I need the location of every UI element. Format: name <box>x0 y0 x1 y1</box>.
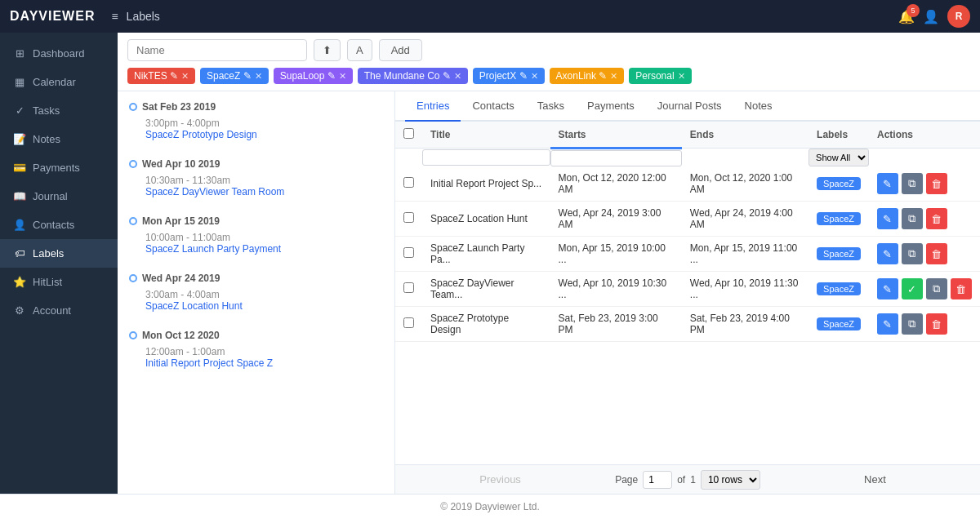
notification-bell[interactable]: 🔔 5 <box>898 9 915 24</box>
labels-icon: 🏷 <box>13 247 26 260</box>
sidebar-item-payments[interactable]: 💳 Payments <box>0 153 118 182</box>
tag-close-axonlink[interactable]: ✕ <box>610 71 617 82</box>
row-title-3: SpaceZ Launch Party Pa... <box>422 237 550 272</box>
delete-btn-3[interactable]: 🗑 <box>926 243 947 264</box>
label-tag-personal[interactable]: Personal ✕ <box>629 68 691 84</box>
title-3[interactable]: SpaceZ Launch Party Payment <box>145 243 383 255</box>
rows-per-page-select[interactable]: 10 rows 25 rows 50 rows <box>701 470 760 490</box>
sidebar-item-journal[interactable]: 📖 Journal <box>0 182 118 211</box>
title-5[interactable]: Initial Report Project Space Z <box>145 357 383 369</box>
avatar[interactable]: R <box>947 5 970 28</box>
edit-btn-3[interactable]: ✎ <box>877 243 898 264</box>
name-input[interactable] <box>127 39 307 61</box>
label-badge-2: SpaceZ <box>817 212 861 225</box>
label-tag-spacez[interactable]: SpaceZ ✎ ✕ <box>200 68 269 84</box>
row-checkbox-1[interactable] <box>403 177 414 188</box>
row-check <box>395 237 422 272</box>
tasks-icon: ✓ <box>13 104 26 117</box>
payments-icon: 💳 <box>13 162 26 174</box>
filter-starts-input[interactable] <box>550 150 682 166</box>
row-title-4: SpaceZ DayViewer Team... <box>422 272 550 307</box>
next-button[interactable]: Next <box>770 465 980 494</box>
edit-btn-2[interactable]: ✎ <box>877 208 898 229</box>
filter-actions <box>869 149 980 167</box>
hitlist-icon: ⭐ <box>13 276 26 288</box>
timeline-dot-2 <box>129 160 137 168</box>
filter-title-input[interactable] <box>422 149 550 166</box>
tab-entries[interactable]: Entries <box>405 91 461 122</box>
title-1[interactable]: SpaceZ Prototype Design <box>145 129 383 140</box>
copy-btn-1[interactable]: ⧉ <box>902 173 923 194</box>
table-row: SpaceZ Location Hunt Wed, Apr 24, 2019 3… <box>395 202 980 237</box>
table-row: Initial Report Project Sp... Mon, Oct 12… <box>395 166 980 202</box>
time-1: 3:00pm - 4:00pm <box>145 118 383 129</box>
main-layout: ⊞ Dashboard ▦ Calendar ✓ Tasks 📝 Notes 💳… <box>0 33 980 494</box>
title-2[interactable]: SpaceZ DayViewer Team Room <box>145 186 383 197</box>
tag-close-spacez[interactable]: ✕ <box>255 71 262 82</box>
sidebar-label-journal: Journal <box>33 190 68 202</box>
add-button[interactable]: Add <box>379 39 422 61</box>
label-tag-projectx[interactable]: ProjectX ✎ ✕ <box>473 68 545 84</box>
sidebar-item-account[interactable]: ⚙ Account <box>0 296 118 325</box>
tag-close-projectx[interactable]: ✕ <box>531 71 538 82</box>
delete-btn-1[interactable]: 🗑 <box>926 173 947 194</box>
labels-toolbar: ⬆ A Add <box>127 39 970 61</box>
tab-payments[interactable]: Payments <box>576 91 646 122</box>
label-tag-niktes[interactable]: NikTES ✎ ✕ <box>127 68 195 84</box>
col-actions: Actions <box>869 122 980 149</box>
copy-btn-2[interactable]: ⧉ <box>902 208 923 229</box>
select-all-checkbox[interactable] <box>403 128 414 139</box>
sidebar: ⊞ Dashboard ▦ Calendar ✓ Tasks 📝 Notes 💳… <box>0 33 118 494</box>
calendar-icon: ▦ <box>13 76 26 88</box>
footer-text: © 2019 Dayviewer Ltd. <box>440 501 540 512</box>
row-checkbox-2[interactable] <box>403 212 414 223</box>
time-3: 10:00am - 11:00am <box>145 232 383 243</box>
row-checkbox-3[interactable] <box>403 247 414 258</box>
upload-button[interactable]: ⬆ <box>314 39 341 61</box>
edit-btn-1[interactable]: ✎ <box>877 173 898 194</box>
tag-close-supaloop[interactable]: ✕ <box>339 71 346 82</box>
sidebar-item-tasks[interactable]: ✓ Tasks <box>0 96 118 125</box>
copy-btn-3[interactable]: ⧉ <box>902 243 923 264</box>
font-button[interactable]: A <box>347 39 372 61</box>
row-title-1: Initial Report Project Sp... <box>422 166 550 202</box>
action-btns-4: ✎ ✓ ⧉ 🗑 <box>877 278 972 299</box>
tab-journal-posts[interactable]: Journal Posts <box>646 91 733 122</box>
edit-btn-5[interactable]: ✎ <box>877 313 898 335</box>
filter-labels-select[interactable]: Show All <box>808 149 869 166</box>
copy-btn-4[interactable]: ⧉ <box>926 278 947 299</box>
previous-button[interactable]: Previous <box>395 465 605 494</box>
menu-icon[interactable]: ≡ <box>111 10 118 23</box>
dashboard-icon: ⊞ <box>13 47 26 60</box>
tab-tasks[interactable]: Tasks <box>526 91 576 122</box>
title-4[interactable]: SpaceZ Location Hunt <box>145 300 383 312</box>
tag-close-personal[interactable]: ✕ <box>678 71 685 82</box>
user-icon[interactable]: 👤 <box>923 9 939 24</box>
sidebar-item-dashboard[interactable]: ⊞ Dashboard <box>0 39 118 68</box>
delete-btn-4[interactable]: 🗑 <box>951 278 972 299</box>
delete-btn-2[interactable]: 🗑 <box>926 208 947 229</box>
sidebar-item-contacts[interactable]: 👤 Contacts <box>0 211 118 239</box>
tab-contacts[interactable]: Contacts <box>461 91 525 122</box>
sidebar-item-labels[interactable]: 🏷 Labels <box>0 239 118 268</box>
tag-close-mundane[interactable]: ✕ <box>454 71 461 82</box>
row-checkbox-4[interactable] <box>403 282 414 293</box>
footer: © 2019 Dayviewer Ltd. <box>0 494 980 519</box>
action-btns-5: ✎ ⧉ 🗑 <box>877 313 972 335</box>
sidebar-item-hitlist[interactable]: ⭐ HitList <box>0 268 118 296</box>
label-tag-supaloop[interactable]: SupaLoop ✎ ✕ <box>274 68 353 84</box>
label-tag-mundane[interactable]: The Mundane Co ✎ ✕ <box>358 68 468 84</box>
copy-btn-5[interactable]: ⧉ <box>902 313 923 335</box>
tag-close-niktes[interactable]: ✕ <box>181 71 189 82</box>
sidebar-item-calendar[interactable]: ▦ Calendar <box>0 68 118 96</box>
label-tag-axonlink[interactable]: AxonLink ✎ ✕ <box>550 68 625 84</box>
timeline-group-4: Wed Apr 24 2019 3:00am - 4:00am SpaceZ L… <box>118 263 394 320</box>
check-btn-4[interactable]: ✓ <box>902 278 923 299</box>
row-checkbox-5[interactable] <box>403 317 414 328</box>
sidebar-item-notes[interactable]: 📝 Notes <box>0 125 118 153</box>
date-row-4: Wed Apr 24 2019 <box>129 273 383 284</box>
page-input[interactable] <box>643 471 672 489</box>
delete-btn-5[interactable]: 🗑 <box>926 313 947 335</box>
tab-notes[interactable]: Notes <box>733 91 784 122</box>
edit-btn-4[interactable]: ✎ <box>877 278 898 299</box>
